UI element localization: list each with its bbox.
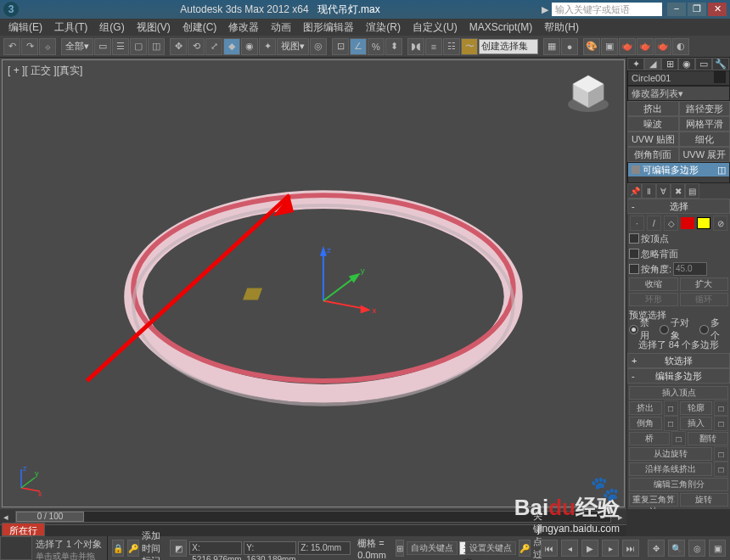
btn-extrude-spline[interactable]: 沿样条线挤出 [629,462,712,476]
btn-edit-tri[interactable]: 编辑三角剖分 [629,478,728,491]
close-button[interactable]: ✕ [708,3,727,16]
modifier-list-dropdown[interactable]: 修改器列表▾ [627,86,730,101]
addkey-icon[interactable]: 🔑 [127,540,139,557]
subobj-border-icon[interactable]: ◇ [664,216,678,231]
rollout-editpoly[interactable]: 编辑多边形 [627,368,730,384]
material-editor-button[interactable]: ● [561,38,578,55]
hinge-settings-icon[interactable]: □ [714,446,728,462]
addkey-label[interactable]: 添加时间标记 [142,529,162,561]
selection-filter[interactable]: 全部 ▾ [61,38,93,55]
extrude-settings-icon[interactable]: □ [664,400,678,416]
show-result-icon[interactable]: Ⅱ [642,183,656,199]
btn-tessellate[interactable]: 细化 [679,132,731,147]
menu-tools[interactable]: 工具(T) [49,19,93,36]
menu-edit[interactable]: 编辑(E) [3,19,48,36]
nav-zoom-button[interactable]: 🔍 [668,540,685,557]
display-tab[interactable]: ▭ [695,58,712,70]
configure-icon[interactable]: ▤ [685,183,699,199]
btn-grow[interactable]: 扩大 [680,277,729,291]
play-next-button[interactable]: ▸ [602,540,619,557]
btn-meshsmooth[interactable]: 网格平滑 [679,116,731,132]
script-listener[interactable] [0,536,32,560]
btn-flip[interactable]: 翻转 [688,432,728,445]
use-center-button[interactable]: ◉ [241,38,258,55]
select-region-button[interactable]: ▢ [130,38,147,55]
object-name-field[interactable]: Circle001 [627,70,730,86]
utilities-tab[interactable]: 🔧 [712,58,729,70]
render-prod-button[interactable]: 🫖 [637,38,654,55]
viewport-perspective[interactable]: [ + ][ 正交 ][真实] z x y [2,59,625,507]
menu-customize[interactable]: 自定义(U) [407,19,463,36]
select-scale-button[interactable]: ⤢ [205,38,222,55]
select-move-button[interactable]: ✥ [170,38,187,55]
menu-grapheditors[interactable]: 图形编辑器 [298,19,359,36]
radio-preview-sub[interactable] [660,325,669,334]
align-button[interactable]: ≡ [425,38,442,55]
window-crossing-button[interactable]: ◫ [148,38,165,55]
curve-editor-button[interactable]: 〜 [461,38,478,55]
btn-shrink[interactable]: 收缩 [629,277,678,291]
coord-z[interactable]: Z: 15.0mm [298,541,351,555]
btn-noise[interactable]: 噪波 [627,116,679,132]
time-thumb[interactable]: 0 / 100 [16,512,84,522]
nav-orbit-button[interactable]: ◎ [688,540,705,557]
menu-render[interactable]: 渲染(R) [361,19,406,36]
menu-modifiers[interactable]: 修改器 [223,19,264,36]
isolate-button[interactable]: ◩ [170,540,187,557]
render-button[interactable]: 🫖 [619,38,636,55]
stack-editable-poly[interactable]: 可编辑多边形◫ [628,163,729,176]
btn-loop[interactable]: 循环 [680,293,729,306]
btn-ring[interactable]: 环形 [629,293,678,306]
key-icon[interactable]: 🔑 [519,540,531,557]
subobj-poly-icon[interactable] [681,217,694,229]
named-selection-input[interactable]: 创建选择集 [479,39,538,54]
outline-settings-icon[interactable]: □ [714,400,728,416]
menu-help[interactable]: 帮助(H) [539,19,584,36]
pin-stack-icon[interactable]: 📌 [627,183,642,199]
btn-uvwmap[interactable]: UVW 贴图 [627,132,679,147]
lock-button[interactable]: 🔒 [112,540,124,557]
hierarchy-tab[interactable]: ⊞ [661,58,678,70]
link-button[interactable]: ⟐ [39,38,56,55]
chk-byvertex[interactable] [629,233,639,244]
status-tab[interactable]: 所在行 [2,523,45,536]
undo-button[interactable]: ↶ [3,38,20,55]
btn-retri[interactable]: 重复三角算法 [629,493,678,507]
btn-insertvert[interactable]: 插入顶点 [629,386,728,400]
app-icon[interactable]: 3 [3,2,19,17]
btn-turn[interactable]: 旋转 [680,493,729,507]
radio-preview-multi[interactable] [699,325,709,334]
btn-bevelprofile[interactable]: 倒角剖面 [627,147,679,162]
menu-create[interactable]: 创建(C) [177,19,222,36]
minimize-button[interactable]: − [667,3,686,16]
create-tab[interactable]: ✦ [627,58,644,70]
subobj-edge-icon[interactable]: / [647,216,661,231]
manipulate-button[interactable]: ✦ [259,38,276,55]
time-config-button[interactable]: ⊞ [396,540,404,557]
nav-pan-button[interactable]: ✥ [648,540,665,557]
select-rotate-button[interactable]: ⟲ [188,38,205,55]
play-end-button[interactable]: ⏭ [622,540,639,557]
rollout-selection[interactable]: 选择 [627,199,730,214]
redo-button[interactable]: ↷ [21,38,38,55]
angle-spinner[interactable]: 45.0 [673,262,707,276]
spinner-snap-button[interactable]: ⬍ [385,38,402,55]
subobj-element-icon[interactable] [697,217,710,229]
remove-mod-icon[interactable]: ✖ [671,183,685,199]
setkey-button[interactable]: 设置关键点 [465,541,516,555]
restore-button[interactable]: ❐ [688,3,706,16]
unique-icon[interactable]: ∀ [656,183,671,199]
nav-max-button[interactable]: ▣ [709,540,726,557]
render-frame-button[interactable]: ▣ [601,38,618,55]
menu-view[interactable]: 视图(V) [132,19,176,36]
btn-bridge[interactable]: 桥 [629,432,670,445]
ref-coord-button[interactable]: ◆ [223,38,240,55]
play-prev-button[interactable]: ◂ [561,540,578,557]
bridge-settings-icon[interactable]: □ [671,431,686,446]
subobj-cancel-icon[interactable]: ⊘ [713,216,727,231]
btn-inset[interactable]: 插入 [680,417,713,430]
select-button[interactable]: ▭ [94,38,111,55]
angle-snap-button[interactable]: ∠ [350,38,367,55]
render-iter-button[interactable]: 🫖 [654,38,671,55]
coord-system-dropdown[interactable]: 视图 ▾ [277,38,309,55]
